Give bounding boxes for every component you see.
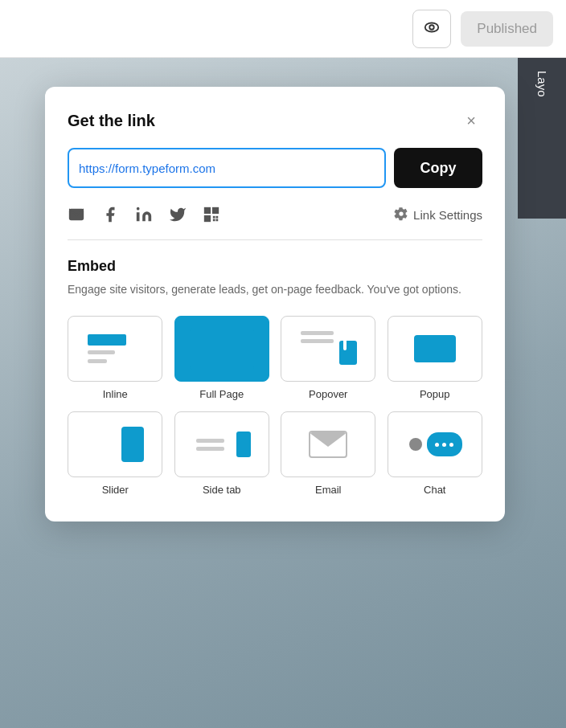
inline-preview-icon <box>83 328 147 370</box>
embed-option-fullpage[interactable]: Full Page <box>174 316 270 400</box>
embed-option-sidetab[interactable]: Side tab <box>174 411 270 496</box>
embed-label-popover: Popover <box>309 388 347 400</box>
svg-point-4 <box>137 207 140 211</box>
chat-preview-icon <box>403 423 467 465</box>
linkedin-share-icon[interactable] <box>135 206 153 223</box>
svg-rect-15 <box>216 216 219 219</box>
slider-panel <box>121 427 144 462</box>
copy-button[interactable]: Copy <box>394 148 482 188</box>
popup-box <box>414 335 456 362</box>
svg-rect-13 <box>216 219 219 222</box>
embed-option-slider[interactable]: Slider <box>68 411 163 496</box>
modal-header: Get the link × <box>68 109 482 132</box>
embed-card-inline <box>68 316 162 382</box>
url-input[interactable] <box>68 148 386 188</box>
sidetab-preview-icon <box>190 423 254 465</box>
embed-card-chat <box>388 411 482 477</box>
modal-overlay: Get the link × Copy <box>0 0 566 728</box>
close-button[interactable]: × <box>460 109 482 132</box>
svg-rect-8 <box>207 210 209 212</box>
email-envelope <box>309 431 347 458</box>
embed-options-grid: Inline Full Page <box>68 316 482 496</box>
embed-card-popover <box>281 316 375 382</box>
link-settings-button[interactable]: Link Settings <box>394 207 482 223</box>
qr-share-icon[interactable] <box>203 206 220 223</box>
embed-label-inline: Inline <box>103 388 128 400</box>
embed-label-sidetab: Side tab <box>203 484 241 496</box>
svg-rect-10 <box>207 218 209 220</box>
embed-label-email: Email <box>315 484 342 496</box>
embed-option-popover[interactable]: Popover <box>281 316 376 400</box>
email-flap <box>309 432 347 447</box>
embed-option-popup[interactable]: Popup <box>388 316 483 400</box>
chat-dot-3 <box>449 443 453 447</box>
embed-label-fullpage: Full Page <box>199 388 244 400</box>
popover-bubble <box>339 341 357 365</box>
modal-title: Get the link <box>68 112 155 130</box>
link-settings-label: Link Settings <box>413 208 482 222</box>
embed-card-fullpage <box>174 316 269 382</box>
share-row: Link Settings <box>68 206 482 223</box>
popover-line2 <box>301 339 334 343</box>
chat-dot-1 <box>435 443 439 447</box>
fullpage-preview-icon <box>190 328 254 370</box>
chat-bubble <box>427 432 462 456</box>
slider-preview-icon <box>83 423 147 465</box>
embed-label-chat: Chat <box>424 484 445 496</box>
email-preview-icon <box>296 423 360 465</box>
popup-preview-icon <box>403 328 467 370</box>
sidetab-tab <box>236 431 251 457</box>
facebook-share-icon[interactable] <box>101 206 119 223</box>
chat-avatar-dot <box>409 438 422 451</box>
embed-option-chat[interactable]: Chat <box>388 411 483 496</box>
svg-rect-12 <box>213 216 215 219</box>
email-share-icon[interactable] <box>68 206 85 223</box>
svg-rect-3 <box>137 212 140 221</box>
embed-section: Embed Engage site visitors, generate lea… <box>68 258 482 496</box>
embed-card-sidetab <box>174 411 269 477</box>
embed-label-popup: Popup <box>420 388 450 400</box>
popover-line1 <box>301 331 334 335</box>
get-link-modal: Get the link × Copy <box>45 87 505 521</box>
chat-dot-2 <box>442 443 446 447</box>
embed-card-popup <box>388 316 482 382</box>
sidetab-line1 <box>196 439 224 443</box>
embed-description: Engage site visitors, generate leads, ge… <box>68 281 482 298</box>
embed-option-inline[interactable]: Inline <box>68 316 163 400</box>
twitter-share-icon[interactable] <box>169 206 187 223</box>
inline-line1 <box>88 350 115 354</box>
inline-line2 <box>88 359 107 363</box>
gear-icon <box>394 207 408 223</box>
url-row: Copy <box>68 148 482 188</box>
svg-rect-14 <box>213 219 215 222</box>
inline-bar <box>88 334 126 346</box>
popover-exclaim <box>343 339 347 350</box>
embed-card-slider <box>68 411 162 477</box>
section-divider <box>68 239 482 240</box>
svg-rect-9 <box>215 210 217 212</box>
embed-option-email[interactable]: Email <box>281 411 376 496</box>
popover-preview-icon <box>296 328 360 370</box>
embed-label-slider: Slider <box>102 484 129 496</box>
embed-card-email <box>281 411 375 477</box>
sidetab-line2 <box>196 447 224 451</box>
embed-title: Embed <box>68 258 482 275</box>
